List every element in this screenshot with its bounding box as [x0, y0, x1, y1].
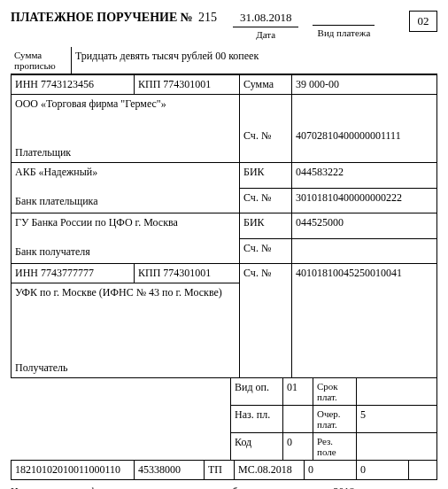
- payer-acc: 40702810400000001111: [292, 127, 437, 163]
- payer-acc-label: Сч. №: [240, 127, 292, 163]
- vid-op: 01: [283, 378, 313, 406]
- bottom-row-table: 18210102010011000110 45338000 ТП МС.08.2…: [11, 460, 437, 480]
- sum-value: 39 000-00: [292, 75, 437, 95]
- srok: [357, 378, 437, 406]
- payer-bank-bik-label: БИК: [240, 163, 292, 189]
- sum-words-label: Сумма прописью: [11, 47, 72, 74]
- recip-kpp-cell: КПП 774301001: [135, 264, 240, 283]
- recip-acc: 40101810045250010041: [292, 264, 437, 378]
- payer-bank-acc: 30101810400000000222: [292, 188, 437, 213]
- oktmo: 45338000: [135, 461, 205, 480]
- date-label: Дата: [233, 29, 299, 40]
- tp: ТП: [205, 461, 235, 480]
- recip-inn-cell: ИНН 7743777777: [12, 264, 135, 283]
- rez-label: Рез. поле: [313, 433, 357, 461]
- date-value: 31.08.2018: [233, 11, 299, 27]
- ocher-label: Очер. плат.: [313, 406, 357, 433]
- payer-bank-cell: АКБ «Надежный» Банк плательщика: [12, 163, 240, 213]
- recip-acc-label: Сч. №: [240, 264, 292, 378]
- doc-number: 215: [198, 11, 217, 25]
- payer-kpp-cell: КПП 774301001: [135, 75, 240, 95]
- paytype-line: [313, 11, 375, 26]
- sum-words-value: Тридцать девять тысяч рублей 00 копеек: [72, 47, 438, 74]
- paytype-label: Вид платежа: [313, 27, 375, 38]
- srok-label: Срок плат.: [313, 378, 357, 406]
- kod: 0: [283, 433, 313, 461]
- naz-pl-label: Наз. пл.: [231, 406, 283, 433]
- f2: 0: [357, 461, 409, 480]
- ocher: 5: [357, 406, 437, 433]
- f1: 0: [305, 461, 357, 480]
- form-code-box: 02: [409, 11, 437, 32]
- recip-bank-acc-label: Сч. №: [240, 238, 292, 264]
- payment-purpose: Налог на доходы физических лиц с отпускн…: [11, 485, 437, 489]
- rez: [357, 433, 437, 461]
- f3: [409, 461, 437, 480]
- kod-label: Код: [231, 433, 283, 461]
- kbk: 18210102010011000110: [12, 461, 135, 480]
- main-table: ИНН 7743123456 КПП 774301001 Сумма 39 00…: [11, 74, 437, 378]
- payer-bank-bik: 044583222: [292, 163, 437, 189]
- recip-bank-acc: [292, 238, 437, 264]
- paytype-block: Вид платежа: [313, 11, 375, 38]
- doc-title: ПЛАТЕЖНОЕ ПОРУЧЕНИЕ №: [11, 11, 193, 25]
- date-block: 31.08.2018 Дата: [233, 11, 299, 40]
- period: МС.08.2018: [235, 461, 305, 480]
- recip-bank-bik: 044525000: [292, 213, 437, 239]
- payer-bank-acc-label: Сч. №: [240, 188, 292, 213]
- recip-bank-cell: ГУ Банка России по ЦФО г. Москва Банк по…: [12, 213, 240, 264]
- recip-name-cell: УФК по г. Москве (ИФНС № 43 по г. Москве…: [12, 283, 240, 378]
- payer-inn-cell: ИНН 7743123456: [12, 75, 135, 95]
- sum-words-table: Сумма прописью Тридцать девять тысяч руб…: [11, 47, 437, 74]
- document-header: ПЛАТЕЖНОЕ ПОРУЧЕНИЕ № 215 31.08.2018 Дат…: [11, 11, 437, 40]
- recip-bank-bik-label: БИК: [240, 213, 292, 239]
- naz-pl: [283, 406, 313, 433]
- codes-table: Вид оп. 01 Срок плат. Наз. пл. Очер. пла…: [11, 377, 437, 461]
- vid-op-label: Вид оп.: [231, 378, 283, 406]
- sum-label: Сумма: [240, 75, 292, 95]
- payer-name-cell: ООО «Торговая фирма "Гермес"» Плательщик: [12, 95, 240, 163]
